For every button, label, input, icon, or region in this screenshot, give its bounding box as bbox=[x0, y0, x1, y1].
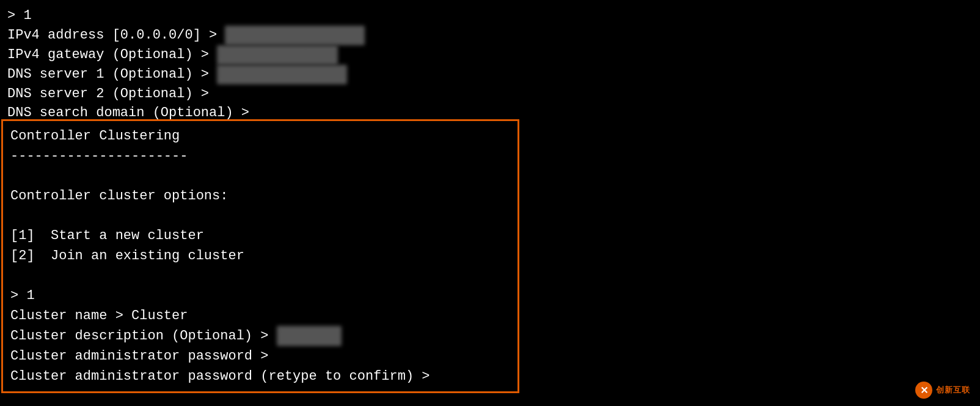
terminal-line-5: DNS server 2 (Optional) > bbox=[7, 84, 973, 104]
box-spacer-2 bbox=[10, 206, 510, 226]
box-spacer-3 bbox=[10, 266, 510, 286]
terminal-line-4: DNS server 1 (Optional) > 3.14.37.22.214 bbox=[7, 65, 973, 84]
controller-clustering-box: Controller Clustering ------------------… bbox=[1, 119, 519, 393]
watermark-icon: ✕ bbox=[915, 382, 932, 399]
cluster-desc-value: C...... bbox=[277, 326, 342, 346]
ipv4-gateway-value: 3.14.21.23.24 bbox=[217, 45, 338, 65]
watermark: ✕ 创新互联 bbox=[915, 382, 970, 399]
watermark-label: 创新互联 bbox=[936, 385, 970, 396]
box-cluster-admin-pw-confirm: Cluster administrator password (retype t… bbox=[10, 366, 510, 386]
box-cluster-name: Cluster name > Cluster bbox=[10, 306, 510, 326]
box-selection: > 1 bbox=[10, 286, 510, 306]
terminal-window: > 1 IPv4 address [0.0.0.0/0] > 3.14.21.2… bbox=[0, 0, 980, 406]
ipv4-address-value: 3.14.21.23.1.24 bbox=[225, 26, 364, 45]
box-option-2: [2] Join an existing cluster bbox=[10, 246, 510, 266]
box-cluster-admin-pw: Cluster administrator password > bbox=[10, 346, 510, 366]
dns-server1-value: 3.14.37.22.214 bbox=[217, 65, 347, 84]
box-cluster-desc: Cluster description (Optional) > C...... bbox=[10, 326, 510, 346]
box-title: Controller Clustering bbox=[10, 126, 510, 146]
box-separator: ---------------------- bbox=[10, 146, 510, 166]
box-options-header: Controller cluster options: bbox=[10, 186, 510, 206]
terminal-line-2: IPv4 address [0.0.0.0/0] > 3.14.21.23.1.… bbox=[7, 26, 973, 45]
terminal-line-3: IPv4 gateway (Optional) > 3.14.21.23.24 bbox=[7, 45, 973, 65]
box-spacer-1 bbox=[10, 166, 510, 186]
box-option-1: [1] Start a new cluster bbox=[10, 226, 510, 246]
terminal-line-1: > 1 bbox=[7, 6, 973, 26]
